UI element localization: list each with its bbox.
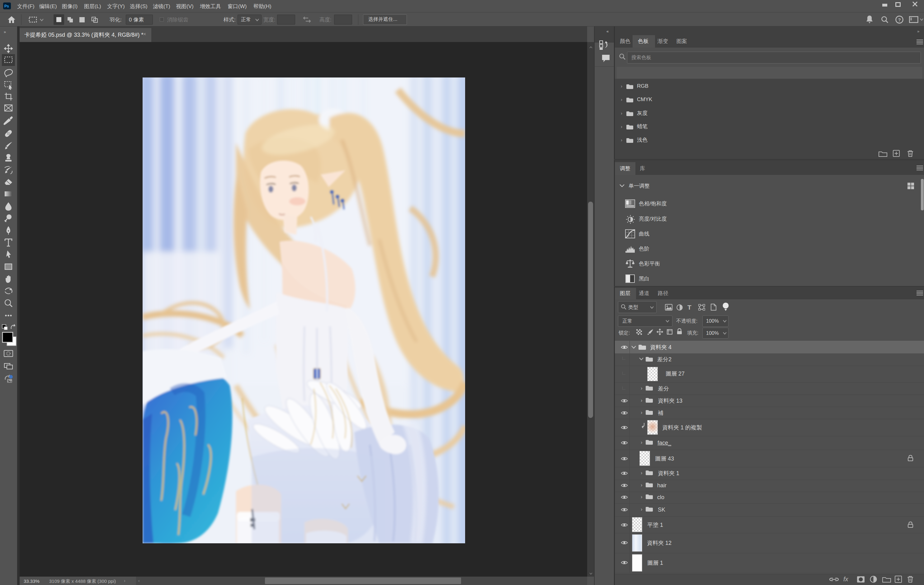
svg-text:?: ? bbox=[898, 17, 901, 22]
